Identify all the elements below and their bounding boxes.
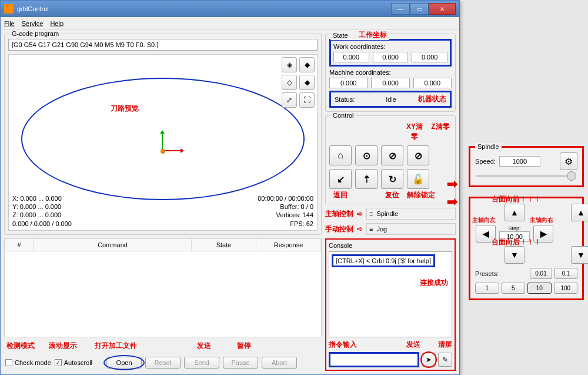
preset-0.1[interactable]: 0.1 [554, 268, 577, 279]
console-clear-button[interactable]: ✎ [438, 353, 452, 367]
th-response[interactable]: Response [256, 239, 321, 251]
view-top-solid-button[interactable]: ◆ [299, 75, 315, 90]
hamburger-icon: ≡ [369, 225, 373, 233]
spindle-slider[interactable] [476, 175, 576, 177]
slider-thumb[interactable] [567, 171, 576, 181]
status-value: Idle [364, 96, 418, 103]
ann-open: 打开加工文件 [95, 341, 137, 351]
gcode-header-input[interactable] [8, 39, 318, 51]
close-button[interactable]: ✕ [429, 3, 456, 15]
menubar: File Service Help [1, 17, 459, 30]
zero-z-button[interactable]: ⊘ [407, 145, 429, 165]
machine-y[interactable] [371, 78, 409, 88]
preset-10[interactable]: 10 [527, 283, 552, 294]
view-iso-solid-button[interactable]: ◆ [299, 57, 315, 72]
state-group: State工作坐标 Work coordinates: Machine coor… [325, 34, 456, 112]
presets-label: Presets: [475, 270, 503, 277]
jog-popout: ▲ 台面向前！！！ ▲ ◀ 主轴向左 Step: ▶ 主轴向右 ▼ 台面向后！！… [469, 197, 584, 300]
origin-dot-icon [161, 149, 165, 154]
jog-z-minus-button[interactable]: ▼ [571, 246, 588, 264]
spindle-speed-input[interactable] [499, 156, 540, 167]
console-input[interactable] [329, 352, 419, 367]
axis-origin [161, 149, 165, 154]
jog-y-plus-button[interactable]: ▲ [505, 204, 524, 221]
unlock-button[interactable]: 🔓 [407, 169, 429, 189]
menu-help[interactable]: Help [50, 20, 64, 27]
menu-service[interactable]: Service [22, 20, 44, 27]
spindle-toggle-button[interactable]: ⚙ [560, 152, 577, 170]
open-button[interactable]: Open [106, 357, 142, 369]
console-group: Console [CTRL+X] < Grbl 0.9j ['$' for he… [325, 238, 456, 371]
jog-z-plus-button[interactable]: ▲ [571, 204, 588, 221]
main-window: grblControl — ▭ ✕ File Service Help G-co… [0, 0, 460, 375]
ann-pause: 暂停 [237, 341, 251, 351]
ann-autoscroll: 滚动显示 [49, 341, 77, 351]
autoscroll-checkbox[interactable]: ✓Autoscroll [55, 359, 92, 366]
minimize-button[interactable]: — [391, 3, 410, 15]
reset-ctrl-button[interactable]: ↻ [381, 169, 403, 189]
return-button[interactable]: ↙ [329, 169, 352, 189]
console-output[interactable]: [CTRL+X] < Grbl 0.9j ['$' for help] 连接成功 [329, 251, 452, 337]
maximize-button[interactable]: ▭ [410, 3, 429, 15]
control-group: Control XY清零Z清零 ⌂ ⊙ ⊘ ⊘ ↙ ⇡ ↻ 🔓 返回复位解除锁定 [325, 115, 456, 204]
th-number[interactable]: # [5, 239, 34, 251]
abort-button[interactable]: Abort [262, 357, 297, 369]
x-axis-icon [165, 150, 183, 151]
gcode-legend: G-code program [9, 30, 61, 37]
work-z[interactable] [412, 52, 447, 62]
menu-file[interactable]: File [4, 20, 15, 27]
checkmode-checkbox[interactable]: Check mode [5, 359, 51, 366]
table-body [5, 251, 321, 337]
command-table: # Command State Response [4, 238, 322, 337]
console-connected-annotation: 连接成功 [420, 278, 448, 288]
ann-checkmode: 检测模式 [6, 341, 35, 351]
window-title: grblControl [17, 5, 391, 12]
pause-button[interactable]: Pause [223, 357, 258, 369]
ann-send: 发送 [197, 341, 211, 351]
jog-collapsible[interactable]: ≡Jog [366, 223, 456, 235]
jog-y-minus-button[interactable]: ▼ [505, 246, 524, 264]
state-annotation: 工作坐标 [359, 30, 387, 40]
preset-5[interactable]: 5 [502, 283, 526, 294]
viewport-stats-left: X: 0.000 ... 0.000 Y: 0.000 ... 0.000 Z:… [12, 194, 72, 228]
viewport[interactable]: 刀路预览 ◈ ◆ ◇ ◆ ⤢ ⛶ [8, 54, 318, 231]
spindle-speed-label: Speed: [475, 158, 496, 165]
hamburger-icon: ≡ [369, 210, 373, 217]
status-row: Status: Idle 机器状态 [329, 91, 452, 108]
th-command[interactable]: Command [34, 239, 192, 251]
gcode-group: G-code program 刀路预览 ◈ ◆ [4, 34, 322, 235]
safepos-button[interactable]: ⇡ [355, 169, 377, 189]
arrow-icon: ➡ [447, 194, 457, 210]
y-axis-icon [162, 131, 163, 149]
app-icon [4, 4, 14, 14]
machine-x[interactable] [329, 78, 368, 88]
view-expand-button[interactable]: ⛶ [299, 92, 315, 108]
view-top-wire-button[interactable]: ◇ [282, 75, 297, 90]
preset-1[interactable]: 1 [475, 283, 499, 294]
reset-button[interactable]: Reset [145, 357, 181, 369]
titlebar[interactable]: grblControl — ▭ ✕ [1, 1, 459, 17]
zero-xy-button[interactable]: ⊘ [381, 145, 403, 165]
jog-annotation: 手动控制 [325, 224, 353, 234]
preset-100[interactable]: 100 [554, 283, 578, 294]
home-button[interactable]: ⌂ [329, 145, 352, 165]
th-state[interactable]: State [192, 239, 256, 251]
work-x[interactable] [333, 52, 369, 62]
viewport-stats-right: 00:00:00 / 00:00:00 Buffer: 0 / 0 Vertic… [258, 194, 313, 228]
toolpath-annotation: 刀路预览 [111, 104, 139, 114]
send-button[interactable]: Send [184, 357, 219, 369]
spindle-popout: Spindle Speed: ⚙ [469, 146, 584, 187]
work-coords-box: Work coordinates: [329, 39, 452, 67]
spindle-annotation: 主轴控制 [325, 209, 353, 219]
machine-z[interactable] [413, 78, 452, 88]
status-annotation: 机器状态 [418, 94, 446, 104]
work-y[interactable] [373, 52, 409, 62]
preset-0.01[interactable]: 0.01 [530, 268, 553, 279]
view-iso-wire-button[interactable]: ◈ [282, 57, 297, 72]
probe-button[interactable]: ⊙ [355, 145, 377, 165]
arrow-icon: ➡ [447, 177, 457, 192]
view-fit-button[interactable]: ⤢ [282, 92, 297, 108]
console-send-button[interactable]: ➤ [422, 353, 436, 367]
console-message: [CTRL+X] < Grbl 0.9j ['$' for help] [332, 254, 435, 267]
spindle-collapsible[interactable]: ≡Spindle [366, 208, 456, 220]
